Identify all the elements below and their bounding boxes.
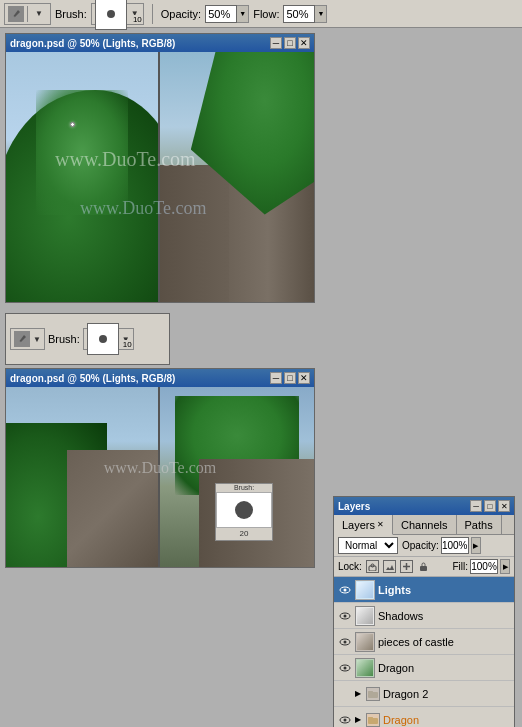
svg-rect-16 — [368, 691, 373, 693]
layers-list: Lights Shadows pieces of — [334, 577, 514, 727]
opacity-value-input[interactable]: 100% — [441, 537, 469, 554]
brush-preview[interactable] — [95, 0, 127, 30]
layer-eye-shadows[interactable] — [338, 609, 352, 623]
mini-toolbar-floating: ▼ Brush: 10 ▼ — [5, 313, 170, 365]
canvas-bottom-left — [6, 387, 160, 567]
layer-eye-dragon-group[interactable] — [338, 713, 352, 727]
layers-close-btn[interactable]: ✕ — [498, 500, 510, 512]
layer-name-dragon2: Dragon 2 — [383, 688, 510, 700]
layer-eye-castle[interactable] — [338, 635, 352, 649]
fill-value[interactable]: 100% — [470, 559, 498, 574]
layer-thumb-lights — [355, 580, 375, 600]
tab-paths[interactable]: Paths — [457, 515, 502, 534]
mini-brush-box[interactable] — [87, 323, 119, 355]
layer-item-dragon[interactable]: Dragon — [334, 655, 514, 681]
mini-tool-arrow[interactable]: ▼ — [33, 335, 41, 344]
layers-maximize-btn[interactable]: □ — [484, 500, 496, 512]
opacity-arrow[interactable]: ▼ — [237, 5, 249, 23]
svg-point-0 — [11, 16, 15, 20]
tab-channels[interactable]: Channels — [393, 515, 456, 534]
mini-brush-icon[interactable] — [14, 331, 30, 347]
close-btn-bottom[interactable]: ✕ — [298, 372, 310, 384]
opacity-label: Opacity: — [402, 540, 439, 551]
minimize-btn-top[interactable]: ─ — [270, 37, 282, 49]
opacity-arrow[interactable]: ▶ — [471, 537, 481, 554]
castle-bottom-left — [67, 450, 158, 567]
canvas-area: dragon.psd @ 50% (Lights, RGB/8) ─ □ ✕ — [0, 28, 522, 727]
layer-name-dragon-group: Dragon — [383, 714, 510, 726]
sep1 — [152, 4, 153, 24]
fill-arrow[interactable]: ▶ — [500, 559, 510, 574]
lock-position-btn[interactable] — [400, 560, 413, 573]
lock-label: Lock: — [338, 561, 362, 572]
maximize-btn-bottom[interactable]: □ — [284, 372, 296, 384]
layer-eye-dragon[interactable] — [338, 661, 352, 675]
opacity-label: Opacity: — [161, 8, 201, 20]
lock-transparent-btn[interactable] — [366, 560, 379, 573]
doc-window-top: dragon.psd @ 50% (Lights, RGB/8) ─ □ ✕ — [5, 33, 315, 303]
tool-selector[interactable]: ▼ — [4, 3, 51, 25]
lock-all-btn[interactable] — [417, 560, 430, 573]
layers-titlebar[interactable]: Layers ─ □ ✕ — [334, 497, 514, 515]
canvas-top-image — [6, 52, 314, 302]
top-toolbar: ▼ Brush: 10 ▼ Opacity: 50% ▼ Flow: 50% ▼ — [0, 0, 522, 28]
svg-point-18 — [344, 718, 347, 721]
brush-preview-label: Brush: — [234, 484, 254, 491]
layers-controls-btns[interactable]: ─ □ ✕ — [470, 500, 510, 512]
tool-selector-arrow[interactable]: ▼ — [31, 6, 47, 22]
close-btn-top[interactable]: ✕ — [298, 37, 310, 49]
layer-thumb-shadows — [355, 606, 375, 626]
doc-controls-bottom[interactable]: ─ □ ✕ — [270, 372, 310, 384]
lock-fill-row: Lock: Fill: 100% ▶ — [334, 557, 514, 577]
flow-value[interactable]: 50% — [283, 5, 315, 23]
layers-tab-bar: Layers ✕ Channels Paths — [334, 515, 514, 535]
lock-image-btn[interactable] — [383, 560, 396, 573]
layer-item-castle-pieces[interactable]: pieces of castle — [334, 629, 514, 655]
layer-name-lights: Lights — [378, 584, 510, 596]
brush-label: Brush: — [55, 8, 87, 20]
layers-minimize-btn[interactable]: ─ — [470, 500, 482, 512]
maximize-btn-top[interactable]: □ — [284, 37, 296, 49]
opacity-control[interactable]: 50% ▼ — [205, 5, 249, 23]
doc-titlebar-top[interactable]: dragon.psd @ 50% (Lights, RGB/8) ─ □ ✕ — [6, 34, 314, 52]
layer-eye-lights[interactable] — [338, 583, 352, 597]
fill-label: Fill: — [452, 561, 468, 572]
mini-tool-selector[interactable]: ▼ — [10, 328, 45, 350]
opacity-value[interactable]: 50% — [205, 5, 237, 23]
layer-item-shadows[interactable]: Shadows — [334, 603, 514, 629]
tab-layers[interactable]: Layers ✕ — [334, 515, 393, 535]
blend-mode-select[interactable]: Normal — [338, 537, 398, 554]
brush-tool-icon[interactable] — [8, 6, 24, 22]
layers-title: Layers — [338, 501, 370, 512]
layer-item-dragon2[interactable]: ▶ Dragon 2 — [334, 681, 514, 707]
layer-folder-arrow-dragon-group[interactable]: ▶ — [355, 715, 361, 724]
doc-controls-top[interactable]: ─ □ ✕ — [270, 37, 310, 49]
layer-name-castle-pieces: pieces of castle — [378, 636, 510, 648]
doc-title-bottom: dragon.psd @ 50% (Lights, RGB/8) — [10, 373, 175, 384]
brush-size-group[interactable]: 10 ▼ — [91, 3, 144, 25]
minimize-btn-bottom[interactable]: ─ — [270, 372, 282, 384]
brush-preview-dot — [235, 501, 253, 519]
svg-point-11 — [344, 640, 347, 643]
flow-control[interactable]: 50% ▼ — [283, 5, 327, 23]
layer-item-lights[interactable]: Lights — [334, 577, 514, 603]
canvas-left-half — [6, 52, 160, 302]
brush-preview-size: 20 — [240, 529, 249, 538]
layer-item-dragon-group[interactable]: ▶ Dragon — [334, 707, 514, 727]
layer-name-dragon: Dragon — [378, 662, 510, 674]
layer-thumb-dragon — [355, 658, 375, 678]
brush-preview-floating: Brush: 20 — [215, 483, 273, 541]
doc-title-top: dragon.psd @ 50% (Lights, RGB/8) — [10, 38, 175, 49]
layer-folder-arrow-dragon2[interactable]: ▶ — [355, 689, 361, 698]
layer-name-shadows: Shadows — [378, 610, 510, 622]
castle-wall-right — [160, 165, 229, 303]
mini-brush-group[interactable]: 10 ▼ — [83, 328, 134, 350]
flow-arrow[interactable]: ▼ — [315, 5, 327, 23]
canvas-right-half — [160, 52, 314, 302]
brush-preview-box[interactable] — [216, 492, 272, 528]
layers-panel: Layers ─ □ ✕ Layers ✕ Channels Paths Nor… — [333, 496, 515, 727]
layers-tab-close[interactable]: ✕ — [377, 520, 384, 529]
layer-folder-icon-dragon-group — [366, 713, 380, 727]
doc-titlebar-bottom[interactable]: dragon.psd @ 50% (Lights, RGB/8) ─ □ ✕ — [6, 369, 314, 387]
svg-point-13 — [344, 666, 347, 669]
